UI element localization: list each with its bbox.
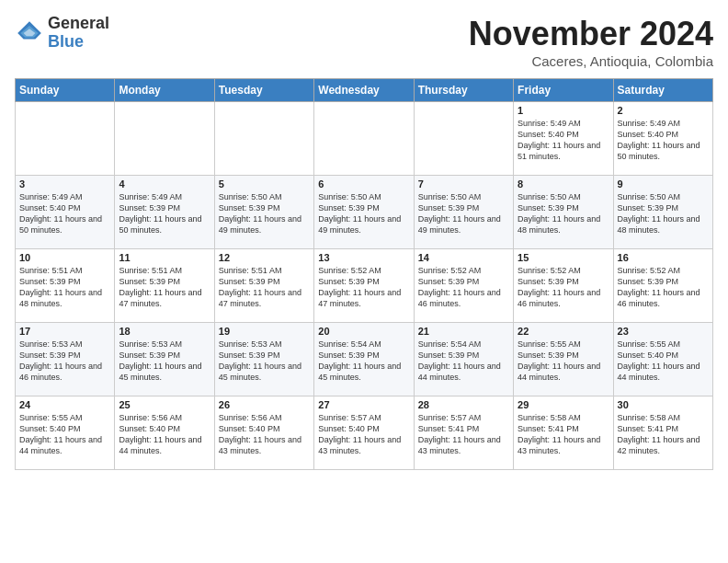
calendar-cell — [214, 102, 313, 176]
day-number: 30 — [618, 399, 709, 410]
calendar-cell: 9Sunrise: 5:50 AMSunset: 5:39 PMDaylight… — [613, 176, 712, 249]
calendar-cell: 30Sunrise: 5:58 AMSunset: 5:41 PMDayligh… — [613, 396, 712, 470]
calendar-cell: 21Sunrise: 5:54 AMSunset: 5:39 PMDayligh… — [414, 323, 513, 396]
day-info: Sunrise: 5:52 AMSunset: 5:39 PMDaylight:… — [318, 265, 409, 310]
day-info: Sunrise: 5:51 AMSunset: 5:39 PMDaylight:… — [119, 265, 210, 310]
day-info: Sunrise: 5:56 AMSunset: 5:40 PMDaylight:… — [119, 412, 210, 457]
calendar-cell: 18Sunrise: 5:53 AMSunset: 5:39 PMDayligh… — [115, 323, 214, 396]
calendar-cell: 19Sunrise: 5:53 AMSunset: 5:39 PMDayligh… — [214, 323, 313, 396]
day-number: 11 — [119, 252, 210, 263]
calendar-week-1: 1Sunrise: 5:49 AMSunset: 5:40 PMDaylight… — [16, 102, 713, 176]
calendar-cell: 25Sunrise: 5:56 AMSunset: 5:40 PMDayligh… — [115, 396, 214, 470]
calendar-cell — [414, 102, 513, 176]
weekday-header-monday: Monday — [115, 79, 214, 102]
day-info: Sunrise: 5:55 AMSunset: 5:40 PMDaylight:… — [19, 412, 110, 457]
day-number: 26 — [219, 399, 310, 410]
day-info: Sunrise: 5:57 AMSunset: 5:41 PMDaylight:… — [418, 412, 509, 457]
day-info: Sunrise: 5:53 AMSunset: 5:39 PMDaylight:… — [19, 339, 110, 384]
day-info: Sunrise: 5:52 AMSunset: 5:39 PMDaylight:… — [518, 265, 609, 310]
calendar-cell: 24Sunrise: 5:55 AMSunset: 5:40 PMDayligh… — [16, 396, 115, 470]
location-subtitle: Caceres, Antioquia, Colombia — [469, 53, 713, 69]
day-info: Sunrise: 5:58 AMSunset: 5:41 PMDaylight:… — [518, 412, 609, 457]
calendar-cell: 7Sunrise: 5:50 AMSunset: 5:39 PMDaylight… — [414, 176, 513, 249]
logo: General Blue — [15, 15, 109, 52]
calendar-cell — [314, 102, 414, 176]
calendar-cell: 10Sunrise: 5:51 AMSunset: 5:39 PMDayligh… — [16, 249, 115, 323]
day-number: 12 — [219, 252, 310, 263]
calendar-cell: 16Sunrise: 5:52 AMSunset: 5:39 PMDayligh… — [613, 249, 712, 323]
calendar-cell: 14Sunrise: 5:52 AMSunset: 5:39 PMDayligh… — [414, 249, 513, 323]
day-number: 6 — [318, 178, 409, 190]
calendar-cell: 28Sunrise: 5:57 AMSunset: 5:41 PMDayligh… — [414, 396, 513, 470]
weekday-header-thursday: Thursday — [414, 79, 513, 102]
calendar-cell: 26Sunrise: 5:56 AMSunset: 5:40 PMDayligh… — [214, 396, 313, 470]
calendar-cell: 8Sunrise: 5:50 AMSunset: 5:39 PMDaylight… — [514, 176, 613, 249]
calendar-week-3: 10Sunrise: 5:51 AMSunset: 5:39 PMDayligh… — [16, 249, 713, 323]
day-number: 16 — [618, 252, 709, 263]
day-info: Sunrise: 5:52 AMSunset: 5:39 PMDaylight:… — [418, 265, 509, 310]
day-info: Sunrise: 5:49 AMSunset: 5:40 PMDaylight:… — [518, 118, 609, 163]
day-info: Sunrise: 5:50 AMSunset: 5:39 PMDaylight:… — [418, 191, 509, 236]
weekday-header-friday: Friday — [514, 79, 613, 102]
day-info: Sunrise: 5:51 AMSunset: 5:39 PMDaylight:… — [19, 265, 110, 310]
day-info: Sunrise: 5:54 AMSunset: 5:39 PMDaylight:… — [318, 339, 409, 384]
day-info: Sunrise: 5:55 AMSunset: 5:39 PMDaylight:… — [518, 339, 609, 384]
day-info: Sunrise: 5:57 AMSunset: 5:40 PMDaylight:… — [318, 412, 409, 457]
day-info: Sunrise: 5:49 AMSunset: 5:40 PMDaylight:… — [618, 118, 709, 163]
day-number: 14 — [418, 252, 509, 263]
logo-blue: Blue — [48, 33, 109, 52]
day-number: 1 — [518, 105, 609, 116]
day-number: 10 — [19, 252, 110, 263]
weekday-header-sunday: Sunday — [16, 79, 115, 102]
day-number: 7 — [418, 178, 509, 190]
calendar-cell: 5Sunrise: 5:50 AMSunset: 5:39 PMDaylight… — [214, 176, 313, 249]
day-number: 23 — [618, 326, 709, 337]
calendar-week-4: 17Sunrise: 5:53 AMSunset: 5:39 PMDayligh… — [16, 323, 713, 396]
calendar-cell: 22Sunrise: 5:55 AMSunset: 5:39 PMDayligh… — [514, 323, 613, 396]
day-number: 24 — [19, 399, 110, 410]
calendar-body: 1Sunrise: 5:49 AMSunset: 5:40 PMDaylight… — [16, 102, 713, 470]
calendar-cell: 1Sunrise: 5:49 AMSunset: 5:40 PMDaylight… — [514, 102, 613, 176]
calendar-cell: 23Sunrise: 5:55 AMSunset: 5:40 PMDayligh… — [613, 323, 712, 396]
calendar-week-2: 3Sunrise: 5:49 AMSunset: 5:40 PMDaylight… — [16, 176, 713, 249]
calendar-cell — [115, 102, 214, 176]
calendar-cell: 17Sunrise: 5:53 AMSunset: 5:39 PMDayligh… — [16, 323, 115, 396]
calendar-cell: 4Sunrise: 5:49 AMSunset: 5:39 PMDaylight… — [115, 176, 214, 249]
calendar-cell: 20Sunrise: 5:54 AMSunset: 5:39 PMDayligh… — [314, 323, 414, 396]
day-info: Sunrise: 5:50 AMSunset: 5:39 PMDaylight:… — [518, 191, 609, 236]
day-number: 18 — [119, 326, 210, 337]
day-number: 15 — [518, 252, 609, 263]
day-info: Sunrise: 5:51 AMSunset: 5:39 PMDaylight:… — [219, 265, 310, 310]
day-info: Sunrise: 5:49 AMSunset: 5:40 PMDaylight:… — [19, 191, 110, 236]
day-number: 19 — [219, 326, 310, 337]
calendar-week-5: 24Sunrise: 5:55 AMSunset: 5:40 PMDayligh… — [16, 396, 713, 470]
day-info: Sunrise: 5:56 AMSunset: 5:40 PMDaylight:… — [219, 412, 310, 457]
day-number: 25 — [119, 399, 210, 410]
month-title: November 2024 — [469, 15, 713, 53]
logo-general: General — [48, 15, 109, 33]
day-number: 2 — [618, 105, 709, 116]
calendar-cell: 12Sunrise: 5:51 AMSunset: 5:39 PMDayligh… — [214, 249, 313, 323]
day-number: 17 — [19, 326, 110, 337]
calendar-cell — [16, 102, 115, 176]
calendar-cell: 29Sunrise: 5:58 AMSunset: 5:41 PMDayligh… — [514, 396, 613, 470]
day-info: Sunrise: 5:49 AMSunset: 5:39 PMDaylight:… — [119, 191, 210, 236]
day-number: 9 — [618, 178, 709, 190]
day-info: Sunrise: 5:53 AMSunset: 5:39 PMDaylight:… — [219, 339, 310, 384]
weekday-header-row: SundayMondayTuesdayWednesdayThursdayFrid… — [16, 79, 713, 102]
title-block: November 2024 Caceres, Antioquia, Colomb… — [469, 15, 713, 69]
day-number: 3 — [19, 178, 110, 190]
calendar-cell: 27Sunrise: 5:57 AMSunset: 5:40 PMDayligh… — [314, 396, 414, 470]
calendar-cell: 13Sunrise: 5:52 AMSunset: 5:39 PMDayligh… — [314, 249, 414, 323]
calendar-cell: 15Sunrise: 5:52 AMSunset: 5:39 PMDayligh… — [514, 249, 613, 323]
weekday-header-wednesday: Wednesday — [314, 79, 414, 102]
day-number: 27 — [318, 399, 409, 410]
page-header: General Blue November 2024 Caceres, Anti… — [15, 15, 713, 69]
day-number: 22 — [518, 326, 609, 337]
day-info: Sunrise: 5:54 AMSunset: 5:39 PMDaylight:… — [418, 339, 509, 384]
day-info: Sunrise: 5:53 AMSunset: 5:39 PMDaylight:… — [119, 339, 210, 384]
weekday-header-saturday: Saturday — [613, 79, 712, 102]
logo-text: General Blue — [48, 15, 109, 52]
weekday-header-tuesday: Tuesday — [214, 79, 313, 102]
day-number: 28 — [418, 399, 509, 410]
